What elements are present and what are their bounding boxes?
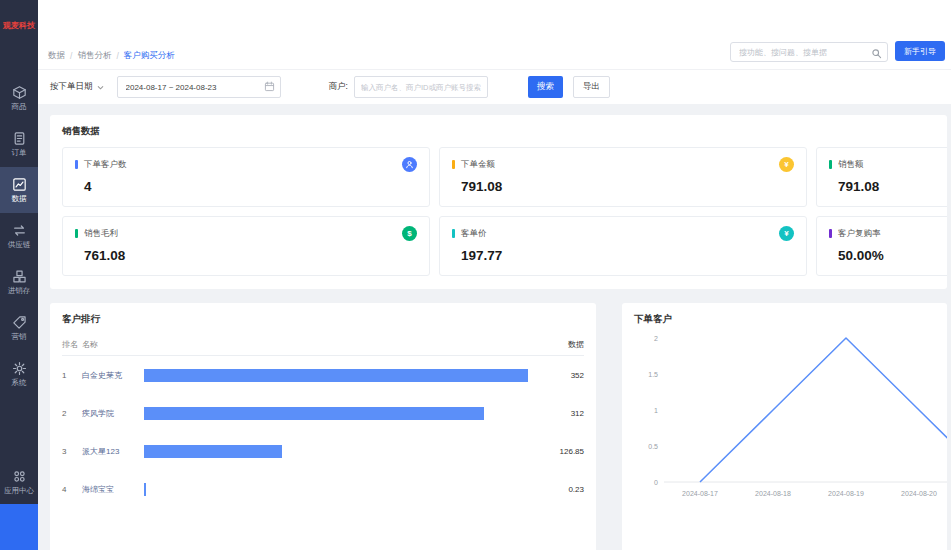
- data-icon: [12, 177, 27, 192]
- stat-accent-bar: [829, 229, 832, 238]
- customer-name[interactable]: 疾风学院: [82, 408, 140, 419]
- column-header-value: 数据: [538, 339, 584, 350]
- value-bar: [144, 369, 528, 382]
- search-icon[interactable]: [871, 45, 882, 63]
- breadcrumb-item[interactable]: 销售分析: [77, 50, 111, 62]
- sidebar-bottom-panel[interactable]: [0, 504, 38, 550]
- value-cell: 126.85: [538, 447, 584, 456]
- system-icon: [12, 361, 27, 376]
- customer-name[interactable]: 白金史莱克: [82, 370, 140, 381]
- breadcrumb-separator: /: [116, 51, 118, 61]
- content-area: 销售数据 下单客户数4下单金额¥791.08销售额¥791.08销售毛利$761…: [38, 104, 951, 550]
- table-row: 3派大星123126.85: [62, 432, 584, 470]
- sidebar-bottom: 应用中心: [0, 460, 38, 504]
- rank-cell: 4: [62, 485, 82, 494]
- stat-label: 下单金额: [461, 159, 779, 171]
- stat-card: 下单金额¥791.08: [439, 147, 807, 207]
- stat-label: 客单价: [461, 228, 779, 240]
- sidebar-item-product[interactable]: 商品: [0, 75, 38, 121]
- order-icon: [12, 131, 27, 146]
- apps-icon: [12, 469, 27, 484]
- orders-line-chart: 00.511.522024-08-172024-08-182024-08-192…: [634, 330, 947, 510]
- bar-track: [144, 369, 528, 382]
- rank-cell: 1: [62, 371, 82, 380]
- yen-icon: ¥: [779, 226, 794, 241]
- brand-logo: 观麦科技: [0, 20, 38, 31]
- topbar: 数据 / 销售分析 / 客户购买分析 新手引导: [38, 0, 951, 70]
- stat-card: 下单客户数4: [62, 147, 430, 207]
- breadcrumb-current: 客户购买分析: [124, 50, 175, 62]
- sidebar-item-label: 应用中心: [4, 487, 34, 495]
- sidebar-item-inventory[interactable]: 进销存: [0, 259, 38, 305]
- stat-accent-bar: [75, 229, 78, 238]
- marketing-icon: [12, 315, 27, 330]
- sidebar-item-label: 营销: [12, 333, 27, 341]
- breadcrumb-separator: /: [70, 51, 72, 61]
- svg-text:0: 0: [654, 479, 658, 486]
- stat-label: 下单客户数: [84, 159, 402, 171]
- ranking-table: 排名 名称 数据 1白金史莱克3522疾风学院3123派大星123126.854…: [62, 334, 584, 508]
- stat-card: 客户复购率%50.00%: [816, 216, 947, 276]
- main-area: 数据 / 销售分析 / 客户购买分析 新手引导 按下单日期: [38, 0, 951, 550]
- search-button[interactable]: 搜索: [528, 76, 563, 98]
- bar-track: [144, 445, 528, 458]
- value-cell: 312: [538, 409, 584, 418]
- orders-chart-title: 下单客户: [634, 313, 935, 326]
- value-bar: [144, 445, 282, 458]
- stat-value: 791.08: [838, 179, 947, 194]
- guide-button[interactable]: 新手引导: [895, 41, 945, 61]
- svg-text:2024-08-18: 2024-08-18: [755, 490, 791, 497]
- stat-card: 销售额¥791.08: [816, 147, 947, 207]
- sidebar-item-order[interactable]: 订单: [0, 121, 38, 167]
- sidebar-item-label: 系统: [12, 379, 27, 387]
- customer-name[interactable]: 海绵宝宝: [82, 484, 140, 495]
- customer-ranking-card: 客户排行 排名 名称 数据 1白金史莱克3522疾风学院3123派大星12312…: [50, 303, 596, 550]
- stat-label: 销售额: [838, 159, 947, 171]
- calendar-icon[interactable]: [264, 81, 275, 94]
- date-type-dropdown[interactable]: 按下单日期: [50, 81, 105, 93]
- sidebar-item-apps[interactable]: 应用中心: [0, 460, 38, 504]
- merchant-label: 商户:: [329, 81, 348, 93]
- stat-card: 客单价¥197.77: [439, 216, 807, 276]
- global-search-input[interactable]: [730, 42, 888, 62]
- sales-data-card: 销售数据 下单客户数4下单金额¥791.08销售额¥791.08销售毛利$761…: [50, 115, 947, 289]
- sales-section-title: 销售数据: [62, 125, 935, 138]
- breadcrumb-item[interactable]: 数据: [48, 50, 65, 62]
- value-bar: [144, 483, 146, 496]
- ranking-title: 客户排行: [62, 313, 584, 326]
- filter-bar: 按下单日期 商户: 搜索 导出: [38, 70, 951, 104]
- stat-label: 销售毛利: [84, 228, 402, 240]
- product-icon: [12, 85, 27, 100]
- stat-value: 791.08: [461, 179, 794, 194]
- bottom-row: 客户排行 排名 名称 数据 1白金史莱克3522疾风学院3123派大星12312…: [50, 303, 947, 550]
- orders-chart-card: 下单客户 00.511.522024-08-172024-08-182024-0…: [622, 303, 947, 550]
- sidebar-item-system[interactable]: 系统: [0, 351, 38, 397]
- table-body: 1白金史莱克3522疾风学院3123派大星123126.854海绵宝宝0.23: [62, 356, 584, 508]
- sidebar-menu: 商品订单数据供应链进销存营销系统: [0, 75, 38, 397]
- stat-value: 197.77: [461, 248, 794, 263]
- breadcrumb: 数据 / 销售分析 / 客户购买分析: [48, 50, 175, 62]
- stat-label: 客户复购率: [838, 228, 947, 240]
- stat-accent-bar: [452, 160, 455, 169]
- chevron-down-icon: [96, 83, 105, 92]
- customer-name[interactable]: 派大星123: [82, 446, 140, 457]
- stat-accent-bar: [75, 160, 78, 169]
- export-button[interactable]: 导出: [573, 76, 610, 98]
- supply-icon: [12, 223, 27, 238]
- global-search: [730, 41, 888, 63]
- sidebar-item-data[interactable]: 数据: [0, 167, 38, 213]
- sidebar-item-label: 进销存: [8, 287, 31, 295]
- value-cell: 0.23: [538, 485, 584, 494]
- rank-cell: 3: [62, 447, 82, 456]
- svg-text:2: 2: [654, 335, 658, 342]
- date-range-picker: [117, 76, 281, 98]
- stats-grid: 下单客户数4下单金额¥791.08销售额¥791.08销售毛利$761.08客单…: [62, 147, 947, 276]
- svg-text:0.5: 0.5: [648, 443, 658, 450]
- date-range-input[interactable]: [117, 76, 281, 98]
- svg-text:2024-08-20: 2024-08-20: [901, 490, 937, 497]
- value-cell: 352: [538, 371, 584, 380]
- sidebar-item-supply[interactable]: 供应链: [0, 213, 38, 259]
- stat-card: 销售毛利$761.08: [62, 216, 430, 276]
- sidebar-item-marketing[interactable]: 营销: [0, 305, 38, 351]
- merchant-search-input[interactable]: [354, 76, 488, 98]
